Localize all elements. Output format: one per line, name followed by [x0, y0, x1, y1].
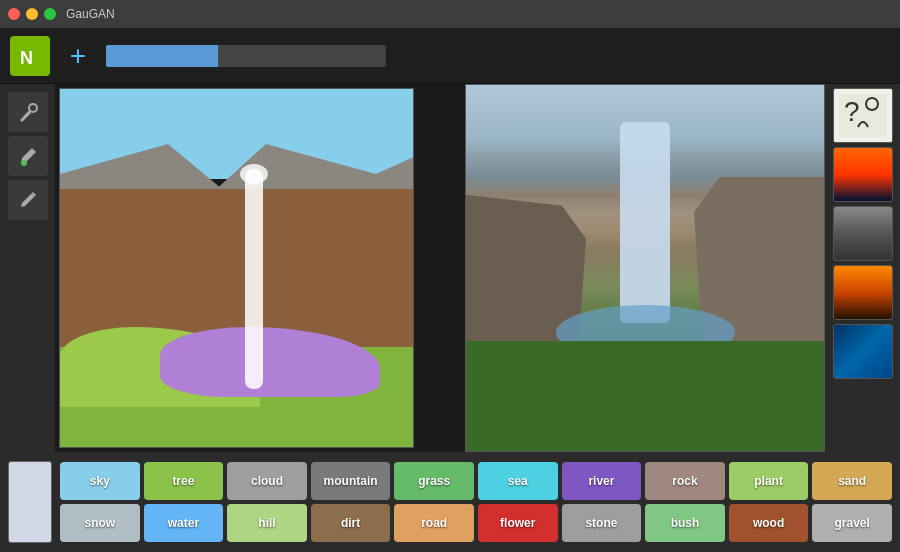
label-hill[interactable]: hill	[227, 504, 307, 542]
label-mountain[interactable]: mountain	[311, 462, 391, 500]
label-sand[interactable]: sand	[812, 462, 892, 500]
sunset-thumbnail[interactable]	[833, 147, 893, 202]
progress-fill	[106, 45, 218, 67]
progress-bar	[106, 45, 386, 67]
label-sky[interactable]: sky	[60, 462, 140, 500]
app-title: GauGAN	[66, 7, 115, 21]
label-tree[interactable]: tree	[144, 462, 224, 500]
drawing-canvas-area[interactable]	[55, 84, 465, 452]
output-panel	[465, 84, 825, 452]
content-area: ?	[0, 84, 900, 452]
random-thumbnail[interactable]: ?	[833, 88, 893, 143]
waterfall-layer	[245, 169, 263, 389]
maximize-button[interactable]	[44, 8, 56, 20]
label-dirt[interactable]: dirt	[311, 504, 391, 542]
drawing-canvas[interactable]	[59, 88, 414, 448]
thumbnails-sidebar: ?	[825, 84, 900, 452]
label-wood[interactable]: wood	[729, 504, 809, 542]
output-waterfall	[620, 122, 670, 323]
orange-thumbnail[interactable]	[833, 265, 893, 320]
label-river[interactable]: river	[562, 462, 642, 500]
nvidia-logo: N	[10, 36, 50, 76]
palette-area: skytreecloudmountaingrassseariverrockpla…	[0, 452, 900, 552]
generated-image	[466, 85, 824, 451]
label-bush[interactable]: bush	[645, 504, 725, 542]
waterfall-top-layer	[240, 164, 268, 184]
left-tools-panel	[0, 84, 55, 452]
close-button[interactable]	[8, 8, 20, 20]
svg-text:N: N	[20, 48, 33, 68]
label-flower[interactable]: flower	[478, 504, 558, 542]
pencil-tool[interactable]	[8, 180, 48, 220]
label-cloud[interactable]: cloud	[227, 462, 307, 500]
add-button[interactable]: +	[60, 38, 96, 74]
main-toolbar: N +	[0, 28, 900, 84]
output-foliage	[466, 341, 824, 451]
titlebar: GauGAN	[0, 0, 900, 28]
label-road[interactable]: road	[394, 504, 474, 542]
gray-thumbnail[interactable]	[833, 206, 893, 261]
label-stone[interactable]: stone	[562, 504, 642, 542]
label-gravel[interactable]: gravel	[812, 504, 892, 542]
label-grass[interactable]: grass	[394, 462, 474, 500]
eyedropper-tool[interactable]	[8, 92, 48, 132]
svg-text:?: ?	[844, 96, 860, 127]
svg-point-2	[29, 104, 37, 112]
brush-tool[interactable]	[8, 136, 48, 176]
label-plant[interactable]: plant	[729, 462, 809, 500]
label-snow[interactable]: snow	[60, 504, 140, 542]
ocean-thumbnail[interactable]	[833, 324, 893, 379]
label-grid: skytreecloudmountaingrassseariverrockpla…	[60, 462, 892, 542]
label-rock[interactable]: rock	[645, 462, 725, 500]
label-sea[interactable]: sea	[478, 462, 558, 500]
svg-point-4	[21, 160, 27, 166]
label-water[interactable]: water	[144, 504, 224, 542]
color-preview	[8, 461, 52, 543]
minimize-button[interactable]	[26, 8, 38, 20]
